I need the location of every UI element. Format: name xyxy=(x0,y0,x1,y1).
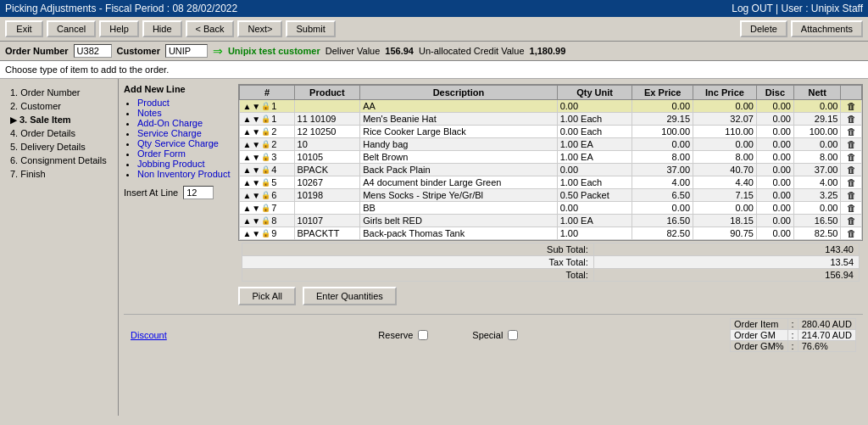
reserve-label: Reserve xyxy=(378,330,413,340)
pick-all-button[interactable]: Pick All xyxy=(238,287,295,305)
move-down-icon[interactable]: ▼ xyxy=(252,191,260,200)
row-inc-price: 4.40 xyxy=(693,176,757,189)
next-button[interactable]: Next> xyxy=(237,20,282,37)
addon-charge-link[interactable]: Add-On Charge xyxy=(137,118,203,128)
table-row[interactable]: ▲▼ 🔒 2 10 Handy bag 1.00 EA 0.00 0.00 0.… xyxy=(240,138,862,151)
product-link[interactable]: Product xyxy=(137,98,170,108)
tax-total-value: 13.54 xyxy=(593,256,859,269)
insert-line-input[interactable] xyxy=(183,186,214,199)
move-down-icon[interactable]: ▼ xyxy=(252,229,260,238)
order-number-input[interactable] xyxy=(74,44,112,58)
sidebar-item-order-details[interactable]: 4. Order Details xyxy=(7,126,111,140)
sidebar-item-consignment-details[interactable]: 6. Consignment Details xyxy=(7,154,111,167)
row-delete[interactable]: 🗑 xyxy=(841,164,862,176)
col-qty-unit: Qty Unit xyxy=(557,86,632,100)
delete-button[interactable]: Delete xyxy=(740,20,787,37)
row-product xyxy=(294,100,360,113)
move-up-icon[interactable]: ▲ xyxy=(242,216,251,226)
customer-link[interactable]: Unipix test customer xyxy=(228,46,320,56)
cancel-button[interactable]: Cancel xyxy=(47,20,96,37)
exit-button[interactable]: Exit xyxy=(5,20,43,37)
table-row[interactable]: ▲▼ 🔒 7 BB 0.00 0.00 0.00 0.00 0.00 🗑 xyxy=(240,202,862,215)
table-row[interactable]: ▲▼ 🔒 8 10107 Girls belt RED 1.00 EA 16.5… xyxy=(240,215,862,227)
row-num: ▲▼ 🔒 4 xyxy=(240,164,294,176)
table-row[interactable]: ▲▼ 🔒 1 11 10109 Men's Beanie Hat 1.00 Ea… xyxy=(240,113,862,126)
enter-quantities-button[interactable]: Enter Quantities xyxy=(303,287,397,305)
table-row[interactable]: ▲▼ 🔒 5 10267 A4 document binder Large Gr… xyxy=(240,176,862,189)
row-ex-price: 100.00 xyxy=(632,126,693,138)
move-down-icon[interactable]: ▼ xyxy=(252,127,260,137)
reserve-checkbox[interactable] xyxy=(418,330,428,340)
order-bar: Order Number Customer ⇒ Unipix test cust… xyxy=(0,42,868,61)
move-up-icon[interactable]: ▲ xyxy=(242,165,251,175)
move-down-icon[interactable]: ▼ xyxy=(252,204,260,213)
service-charge-link[interactable]: Service Charge xyxy=(137,128,202,138)
col-disc: Disc xyxy=(756,86,793,100)
row-delete[interactable]: 🗑 xyxy=(841,126,862,138)
table-row[interactable]: ▲▼ 🔒 9 BPACKTT Back-pack Thomas Tank 1.0… xyxy=(240,227,862,240)
discount-link[interactable]: Discount xyxy=(131,330,167,340)
row-delete[interactable]: 🗑 xyxy=(841,202,862,215)
help-button[interactable]: Help xyxy=(99,20,139,37)
sidebar-item-sale-item[interactable]: ▶ 3. Sale Item xyxy=(7,113,111,126)
row-inc-price: 18.15 xyxy=(693,215,757,227)
hide-button[interactable]: Hide xyxy=(142,20,182,37)
special-checkbox[interactable] xyxy=(508,330,518,340)
move-up-icon[interactable]: ▲ xyxy=(242,204,251,213)
row-description: AA xyxy=(360,100,557,113)
total-value: 156.94 xyxy=(593,269,859,282)
row-delete[interactable]: 🗑 xyxy=(841,113,862,126)
insert-line-label: Insert At Line xyxy=(124,187,178,198)
row-qty-unit: 0.00 xyxy=(557,202,632,215)
table-row[interactable]: ▲▼ 🔒 3 10105 Belt Brown 1.00 EA 8.00 8.0… xyxy=(240,151,862,164)
row-delete[interactable]: 🗑 xyxy=(841,138,862,151)
move-down-icon[interactable]: ▼ xyxy=(252,216,260,226)
special-label: Special xyxy=(472,330,503,340)
move-up-icon[interactable]: ▲ xyxy=(242,102,251,111)
row-delete[interactable]: 🗑 xyxy=(841,100,862,113)
move-up-icon[interactable]: ▲ xyxy=(242,178,251,187)
sidebar-item-customer[interactable]: 2. Customer xyxy=(7,99,111,113)
move-down-icon[interactable]: ▼ xyxy=(252,140,260,149)
move-down-icon[interactable]: ▼ xyxy=(252,165,260,175)
move-down-icon[interactable]: ▼ xyxy=(252,115,260,124)
move-down-icon[interactable]: ▼ xyxy=(252,102,260,111)
non-inventory-product-link[interactable]: Non Inventory Product xyxy=(137,169,230,179)
order-gm-value: 214.70 AUD xyxy=(798,330,855,341)
submit-button[interactable]: Submit xyxy=(286,20,335,37)
row-delete[interactable]: 🗑 xyxy=(841,176,862,189)
qty-service-charge-link[interactable]: Qty Service Charge xyxy=(137,138,219,148)
row-delete[interactable]: 🗑 xyxy=(841,215,862,227)
move-up-icon[interactable]: ▲ xyxy=(242,140,251,149)
table-row[interactable]: ▲▼ 🔒 1 AA 0.00 0.00 0.00 0.00 0.00 🗑 xyxy=(240,100,862,113)
row-delete[interactable]: 🗑 xyxy=(841,151,862,164)
customer-id-input[interactable] xyxy=(165,44,208,58)
sub-total-label: Sub Total: xyxy=(242,243,593,256)
move-down-icon[interactable]: ▼ xyxy=(252,178,260,187)
table-row[interactable]: ▲▼ 🔒 4 BPACK Back Pack Plain 0.00 37.00 … xyxy=(240,164,862,176)
move-up-icon[interactable]: ▲ xyxy=(242,153,251,162)
row-ex-price: 16.50 xyxy=(632,215,693,227)
table-row[interactable]: ▲▼ 🔒 2 12 10250 Rice Cooker Large Black … xyxy=(240,126,862,138)
sidebar-item-order-number[interactable]: 1. Order Number xyxy=(7,86,111,99)
lock-icon: 🔒 xyxy=(261,178,270,187)
table-row[interactable]: ▲▼ 🔒 6 10198 Mens Socks - Stripe Ye/Gr/B… xyxy=(240,189,862,202)
attachments-button[interactable]: Attachments xyxy=(791,20,863,37)
sidebar-item-delivery-details[interactable]: 5. Delivery Details xyxy=(7,140,111,154)
sidebar-item-finish[interactable]: 7. Finish xyxy=(7,167,111,181)
add-new-title: Add New Line xyxy=(124,84,230,94)
back-button[interactable]: < Back xyxy=(186,20,235,37)
row-inc-price: 0.00 xyxy=(693,202,757,215)
move-up-icon[interactable]: ▲ xyxy=(242,115,251,124)
row-delete[interactable]: 🗑 xyxy=(841,227,862,240)
notes-link[interactable]: Notes xyxy=(137,108,162,118)
row-inc-price: 32.07 xyxy=(693,113,757,126)
move-up-icon[interactable]: ▲ xyxy=(242,191,251,200)
move-up-icon[interactable]: ▲ xyxy=(242,229,251,238)
move-up-icon[interactable]: ▲ xyxy=(242,127,251,137)
lock-icon: 🔒 xyxy=(261,229,270,238)
order-form-link[interactable]: Order Form xyxy=(137,148,186,159)
jobbing-product-link[interactable]: Jobbing Product xyxy=(137,159,205,169)
move-down-icon[interactable]: ▼ xyxy=(252,153,260,162)
row-delete[interactable]: 🗑 xyxy=(841,189,862,202)
